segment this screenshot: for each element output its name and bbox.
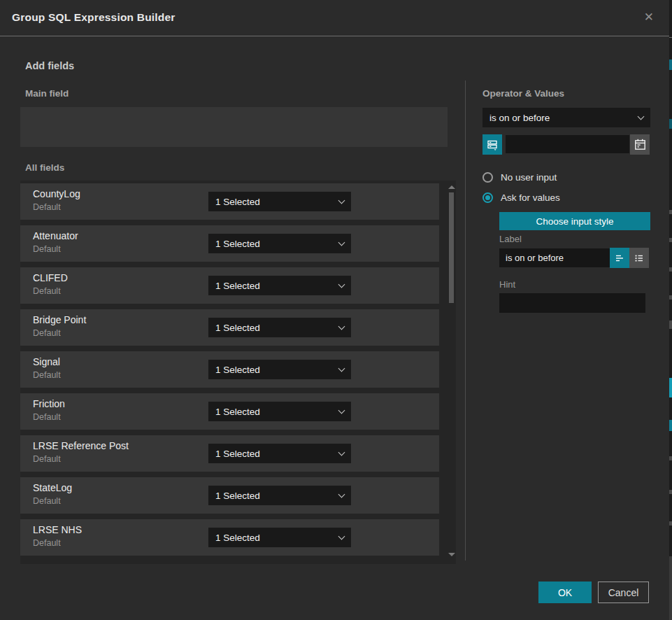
selected-count: 1 Selected bbox=[215, 323, 334, 333]
chevron-down-icon bbox=[338, 281, 345, 288]
field-subtitle: Default bbox=[33, 286, 61, 296]
chevron-down-icon bbox=[338, 323, 345, 330]
hint-input[interactable] bbox=[499, 293, 645, 313]
chevron-down-icon bbox=[338, 407, 345, 414]
scrollbar-thumb[interactable] bbox=[449, 192, 454, 303]
operator-value: is on or before bbox=[489, 113, 633, 123]
radio-ask-for-values[interactable]: Ask for values bbox=[482, 192, 560, 203]
field-row-friction: Friction Default 1 Selected bbox=[20, 393, 439, 430]
field-name: LRSE NHS bbox=[33, 524, 82, 535]
chevron-down-icon bbox=[638, 113, 645, 120]
operator-dropdown[interactable]: is on or before bbox=[482, 108, 650, 127]
label-input[interactable] bbox=[499, 248, 610, 267]
field-selected-dropdown[interactable]: 1 Selected bbox=[208, 234, 351, 253]
field-row-attenuator: Attenuator Default 1 Selected bbox=[20, 225, 439, 262]
chevron-down-icon bbox=[338, 197, 345, 204]
chevron-down-icon bbox=[338, 491, 345, 498]
operator-values-heading: Operator & Values bbox=[482, 88, 564, 99]
field-name: CLIFED bbox=[33, 272, 68, 283]
field-row-clifed: CLIFED Default 1 Selected bbox=[20, 267, 439, 304]
radio-icon-selected bbox=[482, 192, 493, 203]
field-name: CountyLog bbox=[33, 188, 80, 199]
cancel-button[interactable]: Cancel bbox=[598, 582, 649, 603]
selected-count: 1 Selected bbox=[215, 491, 334, 501]
field-selected-dropdown[interactable]: 1 Selected bbox=[208, 486, 351, 505]
chevron-down-icon bbox=[338, 239, 345, 246]
radio-icon bbox=[482, 172, 493, 183]
field-row-lrse-nhs: LRSE NHS Default 1 Selected bbox=[20, 519, 439, 556]
dialog-title: Group SQL Expression Builder bbox=[12, 11, 176, 24]
field-name: Attenuator bbox=[33, 230, 78, 241]
chevron-down-icon bbox=[338, 533, 345, 540]
field-subtitle: Default bbox=[33, 496, 61, 506]
vertical-divider bbox=[465, 80, 466, 561]
calendar-icon bbox=[634, 139, 646, 150]
field-subtitle: Default bbox=[33, 328, 61, 338]
selected-count: 1 Selected bbox=[215, 239, 334, 249]
close-icon[interactable]: ✕ bbox=[644, 10, 654, 24]
field-row-statelog: StateLog Default 1 Selected bbox=[20, 477, 439, 514]
scrollbar-down-arrow[interactable] bbox=[448, 553, 455, 556]
selected-count: 1 Selected bbox=[215, 449, 334, 459]
field-name: Bridge Point bbox=[33, 314, 86, 325]
selected-count: 1 Selected bbox=[215, 407, 334, 417]
selected-count: 1 Selected bbox=[215, 365, 334, 375]
selected-count: 1 Selected bbox=[215, 533, 334, 543]
main-field-panel: CountyLog | Default From Date bbox=[20, 107, 448, 147]
radio-no-user-input[interactable]: No user input bbox=[482, 172, 557, 183]
all-fields-heading: All fields bbox=[25, 162, 64, 173]
field-subtitle: Default bbox=[33, 412, 61, 422]
scrollbar-up-arrow[interactable] bbox=[448, 185, 455, 189]
field-selected-dropdown[interactable]: 1 Selected bbox=[208, 192, 351, 211]
field-name: LRSE Reference Post bbox=[33, 440, 129, 451]
label-label: Label bbox=[499, 234, 522, 244]
unique-values-icon bbox=[486, 139, 499, 151]
field-name: Signal bbox=[33, 356, 60, 367]
field-subtitle: Default bbox=[33, 202, 61, 212]
field-row-countylog: CountyLog Default 1 Selected bbox=[20, 183, 439, 220]
field-subtitle: Default bbox=[33, 454, 61, 464]
field-selected-dropdown[interactable]: 1 Selected bbox=[208, 402, 351, 421]
field-row-lrse-reference-post: LRSE Reference Post Default 1 Selected bbox=[20, 435, 439, 472]
add-fields-heading: Add fields bbox=[25, 60, 74, 71]
selected-count: 1 Selected bbox=[215, 197, 334, 207]
date-picker-button[interactable] bbox=[630, 134, 650, 155]
field-subtitle: Default bbox=[33, 370, 61, 380]
radio-label: Ask for values bbox=[501, 192, 560, 203]
list-style-button[interactable] bbox=[629, 248, 649, 268]
field-name: Friction bbox=[33, 398, 65, 409]
ok-button[interactable]: OK bbox=[538, 582, 592, 603]
chevron-down-icon bbox=[338, 449, 345, 456]
selected-count: 1 Selected bbox=[215, 281, 334, 291]
radio-label: No user input bbox=[501, 172, 557, 183]
value-input[interactable] bbox=[506, 135, 629, 153]
single-line-style-button[interactable] bbox=[610, 248, 629, 268]
background-app-edge bbox=[669, 0, 672, 620]
field-selected-dropdown[interactable]: 1 Selected bbox=[208, 360, 351, 379]
field-selected-dropdown[interactable]: 1 Selected bbox=[208, 318, 351, 337]
chevron-down-icon bbox=[338, 365, 345, 372]
all-fields-list: CountyLog Default 1 Selected Attenuator … bbox=[20, 181, 456, 564]
align-left-icon bbox=[614, 253, 625, 264]
field-row-bridge-point: Bridge Point Default 1 Selected bbox=[20, 309, 439, 346]
choose-input-style-button[interactable]: Choose input style bbox=[499, 212, 650, 230]
field-selected-dropdown[interactable]: 1 Selected bbox=[208, 528, 351, 547]
field-selected-dropdown[interactable]: 1 Selected bbox=[208, 276, 351, 295]
field-subtitle: Default bbox=[33, 244, 61, 254]
bulleted-list-icon bbox=[634, 253, 645, 264]
field-selected-dropdown[interactable]: 1 Selected bbox=[208, 444, 351, 463]
unique-values-button[interactable] bbox=[482, 134, 502, 155]
field-subtitle: Default bbox=[33, 538, 61, 548]
hint-label: Hint bbox=[499, 279, 515, 290]
field-row-signal: Signal Default 1 Selected bbox=[20, 351, 439, 388]
main-field-heading: Main field bbox=[25, 88, 69, 99]
field-name: StateLog bbox=[33, 482, 72, 493]
dialog-titlebar: Group SQL Expression Builder ✕ bbox=[0, 0, 669, 36]
